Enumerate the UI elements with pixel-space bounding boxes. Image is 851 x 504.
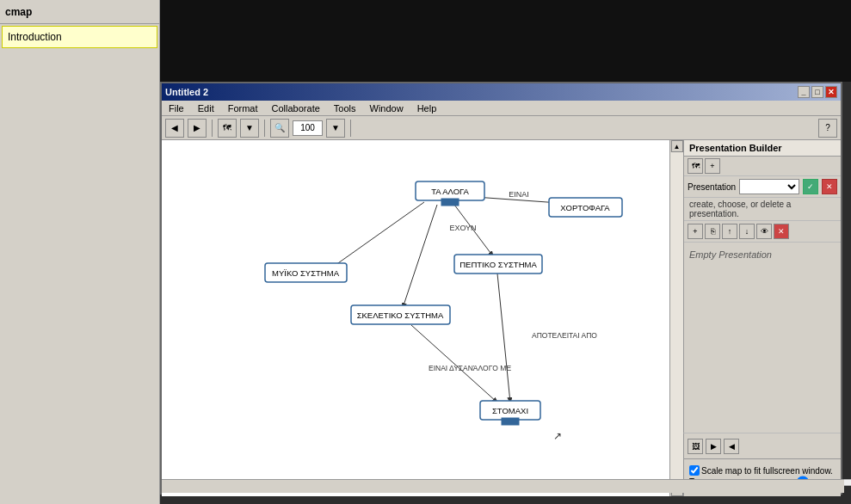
help-icon[interactable]: ? — [818, 119, 837, 138]
presentation-row: Presentation ✓ ✕ — [684, 176, 841, 198]
svg-line-6 — [497, 274, 510, 403]
right-panel-header: Presentation Builder — [684, 140, 841, 157]
menu-tools[interactable]: Tools — [330, 102, 360, 114]
toolbar: ◀ ▶ 🗺 ▼ 🔍 ▼ ? — [162, 116, 841, 140]
canvas-svg: ΕΙΝΑΙ ΕΧΟΥΝ ΑΠΟΤΕΛΕΙΤΑΙ ΑΠΟ ΕΙΝΑΙ ΔΥΣΑΝΆ… — [162, 140, 685, 496]
svg-text:ΠΕΠΤΙΚΟ ΣΥΣΤΗΜΑ: ΠΕΠΤΙΚΟ ΣΥΣΤΗΜΑ — [459, 260, 537, 269]
scroll-track-vertical[interactable] — [670, 152, 683, 484]
panel-icon-2[interactable]: + — [705, 158, 720, 174]
bottom-icon-2[interactable]: ▶ — [706, 439, 721, 454]
title-bar: Untitled 2 _ □ ✕ — [162, 83, 841, 101]
panel-view-btn[interactable]: 👁 — [756, 224, 772, 239]
app-title: Untitled 2 — [165, 87, 208, 97]
back-button[interactable]: ◀ — [165, 119, 184, 138]
svg-line-5 — [403, 205, 437, 308]
separator-1 — [212, 120, 213, 137]
svg-text:ΣΤΟΜΑΧΙ: ΣΤΟΜΑΧΙ — [492, 406, 528, 415]
presentation-ok-btn[interactable]: ✓ — [803, 179, 818, 194]
status-bar — [162, 479, 844, 493]
panel-icon-row-top: 🗺 + — [684, 157, 841, 176]
bottom-icon-3[interactable]: ◀ — [724, 439, 739, 454]
zoom-button[interactable]: 🔍 — [270, 119, 289, 138]
new-map-button[interactable]: 🗺 — [218, 119, 237, 138]
panel-toolbar: + ⎘ ↑ ↓ 👁 ✕ — [684, 221, 841, 243]
minimize-button[interactable]: _ — [798, 86, 810, 98]
svg-text:ΤΑ ΑΛΟΓΑ: ΤΑ ΑΛΟΓΑ — [431, 187, 469, 196]
zoom-input[interactable] — [293, 120, 323, 136]
empty-presentation-text: Empty Presentation — [684, 243, 841, 267]
top-bar — [160, 0, 851, 82]
panel-icon-1[interactable]: 🗺 — [688, 158, 703, 174]
presentation-cancel-btn[interactable]: ✕ — [822, 179, 837, 194]
scale-label: Scale map to fit fullscreen window. — [689, 465, 836, 476]
presentation-select[interactable] — [739, 179, 799, 194]
close-button[interactable]: ✕ — [825, 86, 837, 98]
menu-help[interactable]: Help — [414, 102, 441, 114]
panel-move-up-btn[interactable]: ↑ — [722, 224, 737, 239]
separator-2 — [264, 120, 265, 137]
svg-text:ΑΠΟΤΕΛΕΙΤΑΙ ΑΠΟ: ΑΠΟΤΕΛΕΙΤΑΙ ΑΠΟ — [532, 331, 597, 340]
vertical-scrollbar[interactable]: ▲ ▼ — [669, 140, 683, 496]
presentation-label: Presentation — [688, 182, 736, 192]
svg-text:ΕΧΟΥΝ: ΕΧΟΥΝ — [449, 224, 476, 232]
panel-delete-btn[interactable]: ✕ — [774, 224, 789, 239]
svg-line-4 — [330, 202, 424, 269]
menu-format[interactable]: Format — [225, 102, 262, 114]
svg-rect-12 — [441, 199, 459, 206]
scale-checkbox[interactable] — [689, 465, 700, 476]
title-bar-buttons: _ □ ✕ — [798, 86, 837, 98]
sidebar-header: cmap — [0, 0, 159, 24]
dropdown-button[interactable]: ▼ — [240, 119, 259, 138]
sidebar: cmap Introduction — [0, 0, 160, 504]
sidebar-item-introduction[interactable]: Introduction — [2, 26, 157, 48]
svg-text:ΕΙΝΑΙ ΔΥΣΑΝΆΛΟΓΟ ΜΕ: ΕΙΝΑΙ ΔΥΣΑΝΆΛΟΓΟ ΜΕ — [429, 364, 511, 372]
bottom-icon-1[interactable]: 🖼 — [688, 439, 703, 454]
maximize-button[interactable]: □ — [811, 86, 823, 98]
app-window: Untitled 2 _ □ ✕ File Edit Format Collab… — [160, 82, 842, 495]
svg-text:ΜΥΪΚΟ ΣΥΣΤΗΜΑ: ΜΥΪΚΟ ΣΥΣΤΗΜΑ — [272, 268, 340, 278]
panel-copy-btn[interactable]: ⎘ — [705, 224, 720, 239]
svg-text:ΕΙΝΑΙ: ΕΙΝΑΙ — [509, 190, 529, 199]
bottom-icon-row: 🖼 ▶ ◀ — [683, 433, 841, 458]
scroll-up-button[interactable]: ▲ — [671, 140, 683, 152]
menu-edit[interactable]: Edit — [194, 102, 218, 114]
svg-text:↗: ↗ — [553, 430, 562, 442]
menu-bar: File Edit Format Collaborate Tools Windo… — [162, 101, 841, 116]
separator-3 — [350, 120, 351, 137]
create-description: create, choose, or delete a presentation… — [684, 198, 841, 221]
panel-add-btn[interactable]: + — [688, 224, 703, 239]
menu-file[interactable]: File — [165, 102, 188, 114]
forward-button[interactable]: ▶ — [188, 119, 207, 138]
panel-move-down-btn[interactable]: ↓ — [739, 224, 755, 239]
canvas-container[interactable]: ΕΙΝΑΙ ΕΧΟΥΝ ΑΠΟΤΕΛΕΙΤΑΙ ΑΠΟ ΕΙΝΑΙ ΔΥΣΑΝΆ… — [162, 140, 685, 496]
svg-text:ΧΟΡΤΟΦΑΓΑ: ΧΟΡΤΟΦΑΓΑ — [560, 203, 610, 212]
zoom-dropdown[interactable]: ▼ — [326, 119, 345, 138]
menu-window[interactable]: Window — [367, 102, 407, 114]
menu-collaborate[interactable]: Collaborate — [268, 102, 324, 114]
svg-rect-23 — [502, 418, 519, 425]
svg-text:ΣΚΕΛΕΤΙΚΟ ΣΥΣΤΗΜΑ: ΣΚΕΛΕΤΙΚΟ ΣΥΣΤΗΜΑ — [357, 310, 444, 320]
